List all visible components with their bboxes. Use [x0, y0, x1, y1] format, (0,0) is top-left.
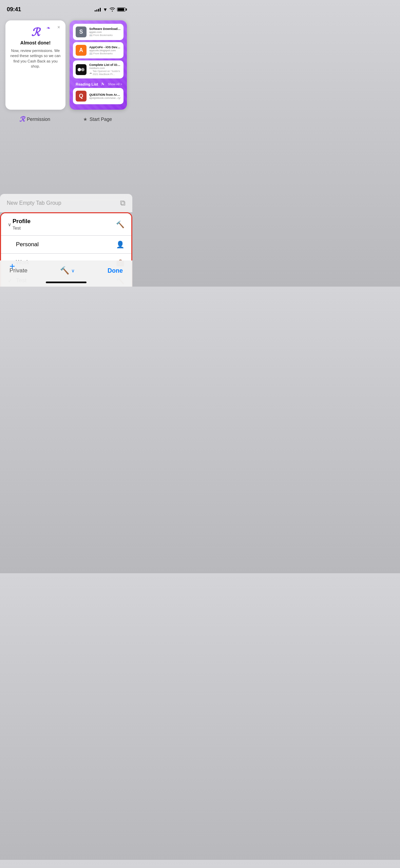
site-url-q: apstylebook.com/sear...ry=head+start&but…: [89, 96, 121, 100]
toolbar-chevron-icon[interactable]: ∨: [71, 268, 75, 273]
add-tab-icon[interactable]: ⧉: [120, 199, 126, 207]
card-labels-row: ℛ Permission ★ Start Page: [5, 115, 127, 123]
toolbar-center[interactable]: 🔨 ∨: [60, 266, 75, 275]
profile-subtitle: Test: [13, 225, 116, 231]
startpage-label: ★ Start Page: [68, 115, 127, 123]
startpage-item-q[interactable]: Q QUESTION from Arnold, Maryland, on Jun…: [73, 88, 123, 104]
show-all-label[interactable]: Show All >: [108, 83, 122, 86]
done-button[interactable]: Done: [108, 267, 123, 274]
svg-point-1: [81, 68, 84, 71]
cards-row: × ℛ ❧ Almost done! Now, review permissio…: [5, 20, 127, 110]
profile-name-personal: Personal: [16, 241, 116, 248]
startpage-card-close[interactable]: ×: [118, 22, 125, 29]
profile-person-icon: 👤: [116, 240, 125, 249]
site-url-m: medium.com: [89, 67, 121, 70]
permission-label-icon: ℛ: [19, 115, 25, 123]
permission-label: ℛ Permission: [5, 115, 64, 123]
site-meta-a: 📖 From Bookmarks: [89, 52, 121, 55]
site-info-q: QUESTION from Arnold, Maryland, on June …: [89, 93, 121, 100]
svg-point-0: [78, 68, 81, 71]
battery-icon: [117, 7, 126, 12]
toolbar-hammer-icon[interactable]: 🔨: [60, 266, 69, 275]
reading-list-header: Reading List Show All >: [73, 80, 123, 88]
status-time: 09:41: [7, 6, 21, 13]
permission-card-title: Almost done!: [10, 40, 61, 46]
startpage-item-a[interactable]: A AppCoFe - iOS Dev and App Review: Appl…: [73, 42, 123, 58]
profile-name-profile: Profile: [13, 218, 116, 225]
site-icon-m: [76, 64, 87, 75]
site-icon-s: S: [76, 26, 87, 37]
permission-card-body: Now, review permissions. We need these s…: [10, 48, 61, 69]
site-icon-q: Q: [76, 91, 87, 102]
site-info-s: Software Downloads - Apple Develop... ap…: [89, 27, 121, 37]
startpage-item-s[interactable]: S Software Downloads - Apple Develop... …: [73, 24, 123, 40]
profile-text-block: Profile Test: [13, 218, 116, 231]
site-icon-a: A: [76, 45, 87, 56]
swirl-decoration: ❧: [46, 25, 51, 31]
empty-space: [5, 126, 127, 194]
dropdown-chevron-icon: ∨: [8, 222, 11, 227]
hammer-decoration: [100, 82, 105, 87]
signal-icon: [95, 7, 101, 12]
site-info-a: AppCoFe - iOS Dev and App Review: Apple …: [89, 46, 121, 55]
wifi-icon: [110, 7, 115, 12]
new-tab-group-label: New Empty Tab Group: [7, 200, 61, 206]
status-bar: 09:41 ▼: [0, 0, 132, 17]
permission-logo: ℛ: [31, 26, 40, 38]
wifi-icon: ▼: [103, 7, 108, 12]
site-title-m: Complete List of iOS URL Schemes for App…: [89, 63, 121, 67]
status-icons: ▼: [95, 7, 126, 12]
permission-card: × ℛ ❧ Almost done! Now, review permissio…: [5, 20, 65, 110]
site-url-a: appcofe.blogspot.com: [89, 49, 121, 52]
permission-label-text: Permission: [27, 116, 50, 122]
bottom-toolbar: Private 🔨 ∨ Done: [0, 260, 132, 280]
profile-hammer-icon-0: 🔨: [116, 220, 125, 229]
new-tab-group-bar[interactable]: New Empty Tab Group ⧉: [0, 194, 132, 212]
add-tab-button[interactable]: +: [9, 261, 15, 272]
site-url-s: apple.com: [89, 31, 121, 34]
profile-item-profile[interactable]: ∨ Profile Test 🔨: [1, 213, 131, 236]
site-meta-s: 📖 From Bookmarks: [89, 34, 121, 37]
startpage-label-text: Start Page: [90, 116, 112, 122]
site-title-s: Software Downloads - Apple Develop...: [89, 27, 121, 31]
main-content: × ℛ ❧ Almost done! Now, review permissio…: [0, 17, 132, 287]
reading-list-title: Reading List: [76, 82, 98, 86]
profile-item-personal[interactable]: ✓ Personal 👤: [1, 236, 131, 254]
star-icon: ★: [83, 116, 88, 122]
site-title-q: QUESTION from Arnold, Maryland, on June …: [89, 93, 121, 96]
startpage-card: × S Software Downloads - Apple Develop..…: [70, 20, 127, 110]
startpage-item-m[interactable]: Complete List of iOS URL Schemes for App…: [73, 60, 123, 78]
site-title-a: AppCoFe - iOS Dev and App Review: Apple …: [89, 46, 121, 49]
site-info-m: Complete List of iOS URL Schemes for App…: [89, 63, 121, 76]
site-meta-m: ☁ Tab Opened on "Justin's 2021 MacBook P…: [89, 70, 121, 76]
home-indicator: [46, 282, 87, 283]
